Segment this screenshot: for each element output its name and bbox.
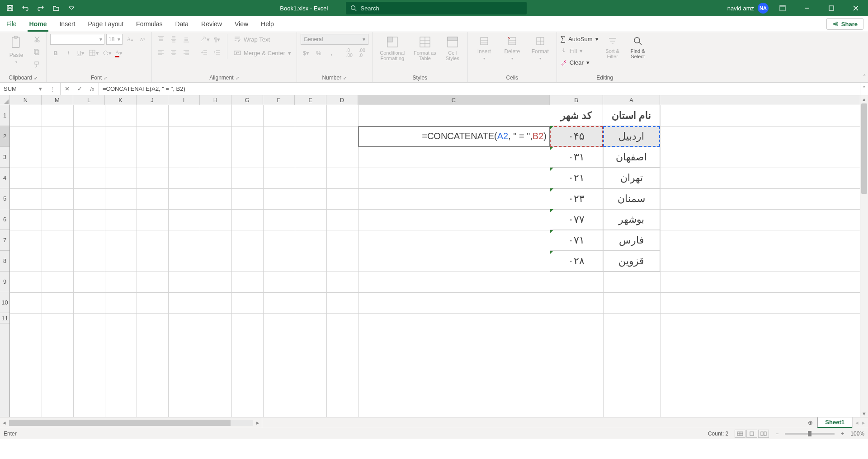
- minimize-button[interactable]: [797, 0, 817, 16]
- row-header[interactable]: 5: [0, 188, 9, 209]
- decrease-indent-icon[interactable]: [199, 47, 210, 58]
- font-color-button[interactable]: A▾: [113, 47, 124, 58]
- paste-button[interactable]: Paste ▾: [4, 34, 29, 66]
- cell-styles-button[interactable]: Cell Styles: [441, 34, 464, 63]
- format-painter-icon[interactable]: [32, 59, 42, 70]
- cell-A7[interactable]: فارس: [603, 230, 660, 251]
- sort-filter-button[interactable]: Sort & Filter: [601, 34, 624, 61]
- col-header[interactable]: L: [73, 95, 105, 105]
- menu-insert[interactable]: Insert: [53, 16, 81, 32]
- text-direction-icon[interactable]: ¶▾: [212, 34, 222, 45]
- row-header[interactable]: 1: [0, 105, 9, 126]
- align-center-icon[interactable]: [168, 47, 179, 58]
- expand-formula-bar-icon[interactable]: ˅: [860, 83, 868, 95]
- tab-nav-next-icon[interactable]: ▸: [862, 419, 865, 426]
- col-header[interactable]: H: [200, 95, 231, 105]
- name-box-splitter[interactable]: ⋮: [45, 83, 61, 95]
- vertical-scrollbar[interactable]: ▴ ▾: [860, 95, 868, 417]
- page-break-view-button[interactable]: [758, 430, 769, 438]
- wrap-text-button[interactable]: Wrap Text: [232, 34, 293, 45]
- save-icon[interactable]: [4, 2, 16, 14]
- row-header[interactable]: 2: [0, 126, 9, 147]
- col-header[interactable]: C: [358, 95, 550, 105]
- number-format-combo[interactable]: General▾: [301, 34, 368, 45]
- zoom-level[interactable]: 100%: [850, 431, 864, 437]
- row-header[interactable]: 6: [0, 209, 9, 230]
- scroll-up-icon[interactable]: ▴: [860, 95, 868, 103]
- fill-button[interactable]: Fill▾: [561, 46, 599, 56]
- row-header[interactable]: 9: [0, 272, 9, 292]
- normal-view-button[interactable]: [735, 430, 745, 438]
- dialog-launcher-icon[interactable]: ⤢: [236, 75, 239, 80]
- zoom-in-button[interactable]: +: [841, 431, 844, 437]
- col-header[interactable]: A: [603, 95, 660, 105]
- ribbon-display-icon[interactable]: [772, 0, 793, 16]
- font-name-combo[interactable]: ▾: [50, 34, 104, 45]
- orientation-icon[interactable]: ▾: [199, 34, 210, 45]
- tab-nav-prev-icon[interactable]: ◂: [855, 419, 859, 426]
- comma-format-icon[interactable]: ,: [326, 47, 337, 58]
- align-bottom-icon[interactable]: [181, 34, 192, 45]
- format-cells-button[interactable]: Format▾: [528, 34, 553, 62]
- search-box[interactable]: [346, 2, 527, 14]
- decrease-font-icon[interactable]: A▾: [137, 34, 148, 45]
- increase-decimal-icon[interactable]: .0.00: [344, 47, 355, 58]
- row-header[interactable]: 11: [0, 313, 9, 323]
- formula-input[interactable]: =CONCATENATE(A2, " = ", B2): [99, 83, 860, 95]
- menu-home[interactable]: Home: [23, 16, 53, 32]
- cut-icon[interactable]: [32, 34, 42, 45]
- menu-file[interactable]: File: [0, 16, 23, 32]
- page-layout-view-button[interactable]: [746, 430, 757, 438]
- fill-color-button[interactable]: ▾: [101, 47, 112, 58]
- row-header[interactable]: 7: [0, 230, 9, 251]
- clear-button[interactable]: Clear▾: [561, 57, 599, 67]
- zoom-out-button[interactable]: −: [775, 431, 778, 437]
- align-top-icon[interactable]: [156, 34, 166, 45]
- cell-A4[interactable]: تهران: [603, 168, 660, 188]
- cell-A2[interactable]: اردبیل: [603, 126, 660, 147]
- menu-data[interactable]: Data: [169, 16, 195, 32]
- increase-indent-icon[interactable]: [212, 47, 222, 58]
- menu-help[interactable]: Help: [255, 16, 280, 32]
- name-box[interactable]: SUM▾: [0, 83, 45, 95]
- cell-B4[interactable]: ۰۲۱: [550, 168, 603, 188]
- dialog-launcher-icon[interactable]: ⤢: [343, 75, 347, 80]
- row-header[interactable]: 10: [0, 292, 9, 313]
- italic-button[interactable]: I: [63, 47, 74, 58]
- zoom-slider[interactable]: [785, 433, 835, 435]
- menu-view[interactable]: View: [228, 16, 255, 32]
- cells-area[interactable]: نام استان اردبیل اصفهان تهران سمنان بوشه…: [10, 105, 860, 417]
- col-header[interactable]: I: [168, 95, 200, 105]
- underline-button[interactable]: U▾: [75, 47, 86, 58]
- redo-icon[interactable]: [34, 2, 47, 14]
- dialog-launcher-icon[interactable]: ⤢: [34, 75, 38, 80]
- row-header[interactable]: 8: [0, 251, 9, 272]
- maximize-button[interactable]: [821, 0, 842, 16]
- share-button[interactable]: Share: [826, 18, 863, 30]
- open-icon[interactable]: [50, 2, 62, 14]
- bold-button[interactable]: B: [50, 47, 61, 58]
- close-button[interactable]: [845, 0, 866, 16]
- cell-B8[interactable]: ۰۲۸: [550, 251, 603, 272]
- align-middle-icon[interactable]: [168, 34, 179, 45]
- cell-A1[interactable]: نام استان: [603, 105, 660, 126]
- chevron-down-icon[interactable]: ▾: [39, 85, 42, 92]
- merge-center-button[interactable]: Merge & Center▾: [232, 47, 293, 58]
- cell-C2[interactable]: =CONCATENATE(A2, " = ", B2): [358, 126, 550, 147]
- enter-formula-button[interactable]: ✓: [73, 85, 86, 92]
- col-header[interactable]: N: [10, 95, 42, 105]
- delete-cells-button[interactable]: Delete▾: [500, 34, 525, 62]
- col-header[interactable]: B: [550, 95, 603, 105]
- cell-B7[interactable]: ۰۷۱: [550, 230, 603, 251]
- conditional-formatting-button[interactable]: Conditional Formatting: [376, 34, 409, 63]
- qat-customize-icon[interactable]: [65, 2, 78, 14]
- sheet-tab[interactable]: Sheet1: [817, 417, 852, 428]
- user-name[interactable]: navid amz: [727, 5, 754, 12]
- scrollbar-thumb[interactable]: [9, 420, 231, 426]
- font-size-combo[interactable]: 18▾: [106, 34, 123, 45]
- menu-review[interactable]: Review: [195, 16, 228, 32]
- scroll-left-icon[interactable]: ◂: [0, 419, 8, 426]
- cell-B5[interactable]: ۰۲۳: [550, 188, 603, 209]
- scrollbar-thumb[interactable]: [861, 103, 867, 194]
- percent-format-icon[interactable]: %: [313, 47, 324, 58]
